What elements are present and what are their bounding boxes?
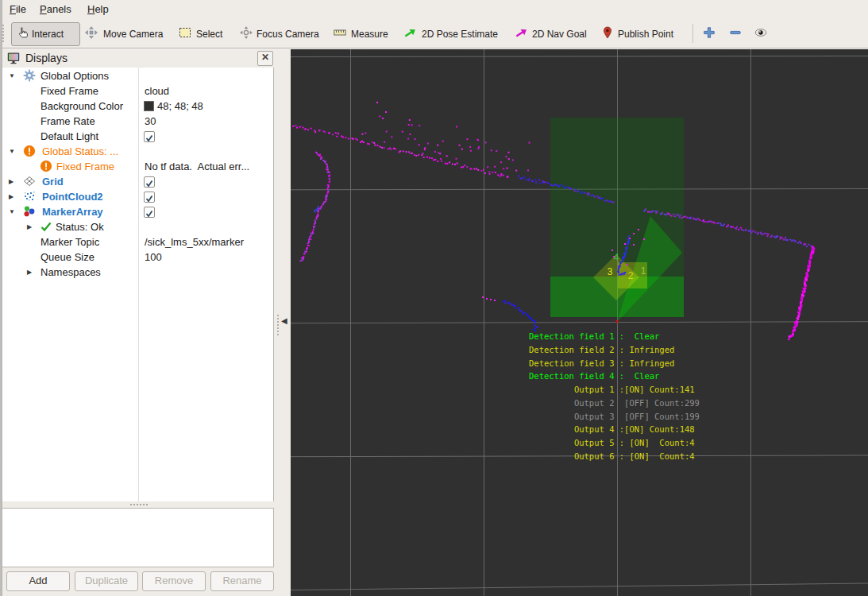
tree-row-frame-rate[interactable]: Frame Rate30 xyxy=(2,114,275,129)
tree-row-grid[interactable]: ▶Grid xyxy=(2,174,275,189)
measure-icon xyxy=(334,26,346,39)
tree-row-background-color[interactable]: Background Color48; 48; 48 xyxy=(2,99,275,114)
displays-panel-title: Displays xyxy=(25,52,68,64)
collapse-arrow-icon[interactable]: ▼ xyxy=(9,68,15,83)
overlay-line: Output 6 : [ON] Count:4 xyxy=(529,450,700,463)
tree-row-global-status[interactable]: ▼Global Status: ... xyxy=(2,144,275,159)
toolbar-button-interact[interactable]: Interact xyxy=(32,29,64,40)
displays-tree: ▼Global OptionsFixed FramecloudBackgroun… xyxy=(2,68,274,501)
detection-overlay-text: Detection field 1 : ClearDetection field… xyxy=(529,330,700,463)
overlay-line: Detection field 3 : Infringed xyxy=(529,357,700,370)
tree-label-namespaces: Namespaces xyxy=(41,265,101,280)
checkbox-pointcloud2[interactable] xyxy=(144,192,155,203)
tree-row-default-light[interactable]: Default Light xyxy=(2,129,275,144)
expand-arrow-icon[interactable]: ▶ xyxy=(9,189,14,204)
color-swatch[interactable] xyxy=(144,101,154,111)
tree-row-marker-topic[interactable]: Marker Topic/sick_lms_5xx/marker xyxy=(2,234,275,250)
tree-label-pointcloud2: PointCloud2 xyxy=(42,189,103,204)
duplicate-button[interactable]: Duplicate xyxy=(75,571,138,591)
menu-panels[interactable]: Panels xyxy=(35,2,76,18)
tree-row-markerarray[interactable]: ▼MarkerArray xyxy=(2,204,275,219)
tree-value-frame-rate[interactable]: 30 xyxy=(145,114,156,129)
tree-value-status-fixed-frame[interactable]: No tf data. Actual err... xyxy=(145,159,249,174)
nav-icon xyxy=(515,26,528,39)
svg-text:2: 2 xyxy=(628,270,634,281)
tree-row-queue-size[interactable]: Queue Size100 xyxy=(2,250,275,265)
tree-label-queue-size: Queue Size xyxy=(41,250,95,265)
toolbar-button-nav-goal[interactable]: 2D Nav Goal xyxy=(532,29,587,40)
tree-row-namespaces[interactable]: ▶Namespaces xyxy=(2,265,275,280)
remove-button[interactable]: Remove xyxy=(142,571,206,591)
collapse-arrow-icon[interactable]: ▼ xyxy=(9,144,15,159)
expand-arrow-icon[interactable]: ▶ xyxy=(9,174,14,189)
tree-label-markerarray: MarkerArray xyxy=(42,204,103,219)
display-filter-box[interactable] xyxy=(2,508,274,567)
tree-value-marker-topic[interactable]: /sick_lms_5xx/marker xyxy=(145,234,244,250)
render-view[interactable]: 4321 Detection field 1 : ClearDetection … xyxy=(291,49,868,596)
overlay-line: Detection field 1 : Clear xyxy=(529,330,700,343)
tree-row-status-ok[interactable]: ▶Status: Ok xyxy=(2,219,275,234)
tree-value-queue-size[interactable]: 100 xyxy=(145,250,162,265)
toolbar-button-publish-point[interactable]: Publish Point xyxy=(618,29,673,40)
warn-icon xyxy=(23,145,36,157)
tree-value-fixed-frame[interactable]: cloud xyxy=(145,83,169,99)
tree-label-global-options: Global Options xyxy=(41,68,109,83)
tree-row-fixed-frame[interactable]: Fixed Framecloud xyxy=(2,83,275,99)
menu-file[interactable]: File xyxy=(5,2,31,18)
overlay-line: Output 3 [OFF] Count:199 xyxy=(529,410,700,424)
expand-arrow-icon[interactable]: ▶ xyxy=(27,219,32,234)
svg-text:1: 1 xyxy=(641,265,646,277)
menu-help[interactable]: Help xyxy=(83,2,114,18)
overlay-line: Detection field 2 : Infringed xyxy=(529,343,700,357)
grid3d-icon xyxy=(23,175,36,188)
tree-label-background-color: Background Color xyxy=(41,99,123,114)
collapse-arrow-icon[interactable]: ▼ xyxy=(9,204,15,219)
tree-label-status-ok: Status: Ok xyxy=(56,219,104,234)
tree-label-frame-rate: Frame Rate xyxy=(41,114,95,129)
toolbar-button-measure[interactable]: Measure xyxy=(351,29,388,40)
warn-icon xyxy=(40,160,52,172)
pose-icon xyxy=(404,26,417,39)
tree-label-status-fixed-frame: Fixed Frame xyxy=(56,159,114,174)
tree-row-pointcloud2[interactable]: ▶PointCloud2 xyxy=(2,189,275,204)
checkbox-markerarray[interactable] xyxy=(144,207,155,218)
overlay-line: Output 4 :[ON] Count:148 xyxy=(529,423,700,436)
toolbar-drag-handle[interactable] xyxy=(2,25,6,42)
tree-row-status-fixed-frame[interactable]: Fixed FrameNo tf data. Actual err... xyxy=(2,159,275,174)
expand-arrow-icon[interactable]: ▶ xyxy=(27,265,32,280)
tree-label-marker-topic: Marker Topic xyxy=(41,234,99,250)
overlay-line: Output 5 : [ON] Count:4 xyxy=(529,436,700,450)
toolbar: InteractMove CameraSelectFocus CameraMea… xyxy=(0,19,868,48)
tree-label-grid: Grid xyxy=(42,174,64,189)
hand-icon xyxy=(17,26,29,39)
move-icon xyxy=(85,26,98,39)
add-button[interactable]: Add xyxy=(6,571,70,591)
splitter-dots xyxy=(277,315,280,335)
displays-panel-close-button[interactable]: ✕ xyxy=(257,51,273,66)
cloudpts-icon xyxy=(23,190,36,203)
overlay-line: Output 2 [OFF] Count:299 xyxy=(529,397,700,410)
focus-icon xyxy=(240,26,253,39)
svg-text:3: 3 xyxy=(608,266,613,277)
plus-icon[interactable] xyxy=(703,26,716,39)
toolbar-button-move-camera[interactable]: Move Camera xyxy=(103,29,163,40)
tree-label-fixed-frame: Fixed Frame xyxy=(41,83,98,99)
menu-bar: FilePanelsHelp xyxy=(0,0,868,19)
tree-value-background-color[interactable]: 48; 48; 48 xyxy=(157,99,203,114)
okcheck-icon xyxy=(40,220,52,233)
vertical-splitter[interactable]: ◀ xyxy=(274,49,291,596)
scene-canvas: 4321 xyxy=(291,49,868,596)
overlay-line: Output 1 :[ON] Count:141 xyxy=(529,383,700,397)
checkbox-grid[interactable] xyxy=(144,176,155,188)
toolbar-button-pose-estimate[interactable]: 2D Pose Estimate xyxy=(422,29,498,40)
eye-icon[interactable] xyxy=(754,26,767,39)
tree-row-global-options[interactable]: ▼Global Options xyxy=(2,68,275,83)
minus-icon[interactable] xyxy=(729,26,742,39)
checkbox-default-light[interactable] xyxy=(144,131,155,142)
splitter-collapse-arrow-icon[interactable]: ◀ xyxy=(281,316,287,325)
toolbar-button-focus-camera[interactable]: Focus Camera xyxy=(257,29,319,40)
overlay-line: Detection field 4 : Clear xyxy=(529,370,700,383)
rename-button[interactable]: Rename xyxy=(210,571,274,591)
pin-icon xyxy=(601,26,614,39)
toolbar-button-select[interactable]: Select xyxy=(196,29,222,40)
